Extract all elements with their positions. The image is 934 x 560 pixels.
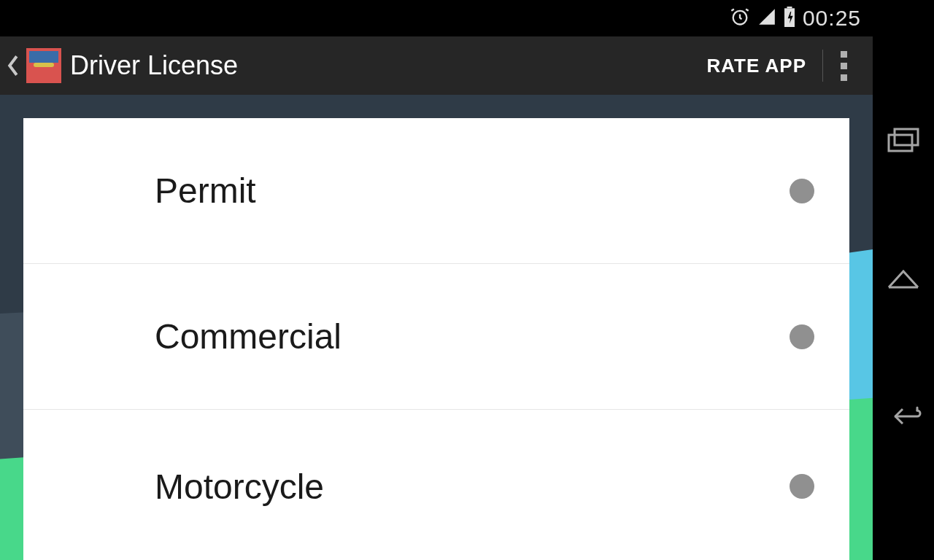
- category-card: Permit Commercial Motorcycle: [23, 118, 849, 560]
- list-item-label: Motorcycle: [155, 467, 790, 507]
- rate-app-button[interactable]: RATE APP: [690, 55, 822, 77]
- recent-apps-button[interactable]: [887, 128, 919, 157]
- signal-icon: [757, 7, 776, 29]
- radio-unchecked-icon: [790, 474, 814, 499]
- battery-charging-icon: [784, 7, 795, 30]
- alarm-icon: [730, 7, 750, 30]
- svg-rect-4: [895, 129, 918, 145]
- home-button[interactable]: [886, 267, 921, 293]
- list-item-label: Permit: [155, 171, 790, 211]
- radio-unchecked-icon: [790, 324, 814, 349]
- list-item-permit[interactable]: Permit: [23, 118, 849, 264]
- radio-unchecked-icon: [790, 179, 814, 203]
- status-bar: 00:25: [0, 0, 873, 36]
- list-item-commercial[interactable]: Commercial: [23, 264, 849, 410]
- svg-rect-3: [889, 135, 912, 151]
- list-item-label: Commercial: [155, 316, 790, 357]
- svg-rect-2: [787, 7, 792, 8]
- content-background: Permit Commercial Motorcycle: [0, 95, 873, 560]
- status-clock: 00:25: [803, 6, 861, 31]
- action-bar: Driver License RATE APP: [0, 36, 873, 95]
- app-icon[interactable]: [26, 48, 61, 83]
- overflow-menu-button[interactable]: [823, 36, 864, 95]
- back-button[interactable]: [4, 36, 22, 95]
- list-item-motorcycle[interactable]: Motorcycle: [23, 410, 849, 560]
- page-title: Driver License: [70, 50, 690, 81]
- back-button-nav[interactable]: [885, 403, 922, 432]
- system-nav-bar: [873, 0, 934, 560]
